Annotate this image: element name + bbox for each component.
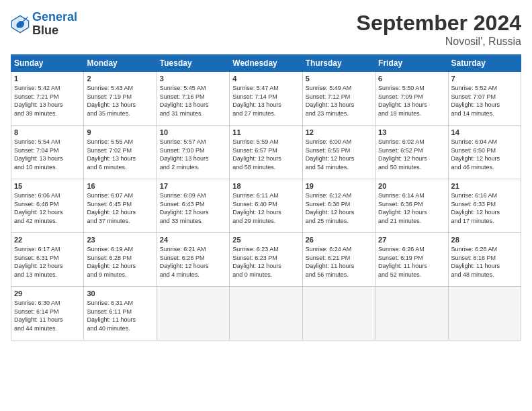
day-number: 18 — [232, 182, 299, 190]
table-row: 18Sunrise: 6:11 AM Sunset: 6:40 PM Dayli… — [230, 179, 302, 233]
day-number: 26 — [306, 236, 372, 244]
calendar-day-header: Saturday — [448, 55, 521, 72]
table-row: 19Sunrise: 6:12 AM Sunset: 6:38 PM Dayli… — [302, 179, 375, 233]
day-info: Sunrise: 5:52 AM Sunset: 7:07 PM Dayligh… — [451, 84, 518, 118]
day-number: 29 — [14, 289, 81, 298]
table-row: 26Sunrise: 6:24 AM Sunset: 6:21 PM Dayli… — [302, 233, 375, 287]
location: Novosil', Russia — [357, 36, 521, 48]
logo-line2: Blue — [32, 24, 77, 38]
day-number: 20 — [378, 182, 445, 190]
calendar: SundayMondayTuesdayWednesdayThursdayFrid… — [11, 54, 521, 340]
table-row: 23Sunrise: 6:19 AM Sunset: 6:28 PM Dayli… — [84, 233, 157, 287]
month-title: September 2024 — [357, 11, 521, 36]
page: General Blue September 2024 Novosil', Ru… — [0, 0, 532, 411]
header: General Blue September 2024 Novosil', Ru… — [11, 11, 521, 48]
day-number: 19 — [306, 182, 372, 190]
day-number: 2 — [87, 75, 153, 83]
day-info: Sunrise: 5:59 AM Sunset: 6:57 PM Dayligh… — [232, 138, 299, 171]
logo-line1: General — [32, 10, 77, 24]
table-row: 27Sunrise: 6:26 AM Sunset: 6:19 PM Dayli… — [375, 233, 448, 287]
day-info: Sunrise: 5:57 AM Sunset: 7:00 PM Dayligh… — [160, 138, 226, 171]
table-row: 7Sunrise: 5:52 AM Sunset: 7:07 PM Daylig… — [448, 72, 521, 126]
calendar-day-header: Friday — [375, 55, 448, 72]
table-row: 3Sunrise: 5:45 AM Sunset: 7:16 PM Daylig… — [157, 72, 229, 126]
table-row: 2Sunrise: 5:43 AM Sunset: 7:19 PM Daylig… — [84, 72, 157, 126]
table-row: 29Sunrise: 6:30 AM Sunset: 6:14 PM Dayli… — [11, 287, 84, 340]
calendar-week-row: 22Sunrise: 6:17 AM Sunset: 6:31 PM Dayli… — [11, 233, 521, 287]
table-row: 4Sunrise: 5:47 AM Sunset: 7:14 PM Daylig… — [230, 72, 302, 126]
day-number: 5 — [306, 75, 372, 83]
logo-text: General Blue — [32, 11, 77, 38]
table-row: 12Sunrise: 6:00 AM Sunset: 6:55 PM Dayli… — [302, 126, 375, 179]
logo: General Blue — [11, 11, 77, 38]
day-number: 8 — [14, 128, 81, 136]
day-info: Sunrise: 6:23 AM Sunset: 6:23 PM Dayligh… — [232, 245, 299, 279]
day-info: Sunrise: 6:31 AM Sunset: 6:11 PM Dayligh… — [87, 299, 153, 332]
calendar-day-header: Wednesday — [230, 55, 302, 72]
day-info: Sunrise: 5:45 AM Sunset: 7:16 PM Dayligh… — [160, 84, 226, 118]
day-number: 23 — [87, 236, 153, 244]
day-number: 4 — [232, 75, 299, 83]
table-row: 25Sunrise: 6:23 AM Sunset: 6:23 PM Dayli… — [230, 233, 302, 287]
table-row: 21Sunrise: 6:16 AM Sunset: 6:33 PM Dayli… — [448, 179, 521, 233]
day-info: Sunrise: 6:04 AM Sunset: 6:50 PM Dayligh… — [451, 138, 518, 171]
table-row: 28Sunrise: 6:28 AM Sunset: 6:16 PM Dayli… — [448, 233, 521, 287]
table-row: 15Sunrise: 6:06 AM Sunset: 6:48 PM Dayli… — [11, 179, 84, 233]
calendar-week-row: 1Sunrise: 5:42 AM Sunset: 7:21 PM Daylig… — [11, 72, 521, 126]
day-info: Sunrise: 5:55 AM Sunset: 7:02 PM Dayligh… — [87, 138, 153, 171]
day-info: Sunrise: 5:50 AM Sunset: 7:09 PM Dayligh… — [378, 84, 445, 118]
table-row: 20Sunrise: 6:14 AM Sunset: 6:36 PM Dayli… — [375, 179, 448, 233]
table-row: 5Sunrise: 5:49 AM Sunset: 7:12 PM Daylig… — [302, 72, 375, 126]
day-info: Sunrise: 6:30 AM Sunset: 6:14 PM Dayligh… — [14, 299, 81, 332]
day-number: 1 — [14, 75, 81, 83]
day-info: Sunrise: 5:42 AM Sunset: 7:21 PM Dayligh… — [14, 84, 81, 118]
day-number: 9 — [87, 128, 153, 136]
day-info: Sunrise: 6:00 AM Sunset: 6:55 PM Dayligh… — [306, 138, 372, 171]
day-info: Sunrise: 5:43 AM Sunset: 7:19 PM Dayligh… — [87, 84, 153, 118]
table-row: 8Sunrise: 5:54 AM Sunset: 7:04 PM Daylig… — [11, 126, 84, 179]
day-info: Sunrise: 6:06 AM Sunset: 6:48 PM Dayligh… — [14, 191, 81, 225]
day-info: Sunrise: 6:17 AM Sunset: 6:31 PM Dayligh… — [14, 245, 81, 279]
day-info: Sunrise: 5:49 AM Sunset: 7:12 PM Dayligh… — [306, 84, 372, 118]
day-info: Sunrise: 5:54 AM Sunset: 7:04 PM Dayligh… — [14, 138, 81, 171]
calendar-week-row: 29Sunrise: 6:30 AM Sunset: 6:14 PM Dayli… — [11, 287, 521, 340]
day-info: Sunrise: 6:28 AM Sunset: 6:16 PM Dayligh… — [451, 245, 518, 279]
table-row: 13Sunrise: 6:02 AM Sunset: 6:52 PM Dayli… — [375, 126, 448, 179]
table-row: 6Sunrise: 5:50 AM Sunset: 7:09 PM Daylig… — [375, 72, 448, 126]
day-info: Sunrise: 6:09 AM Sunset: 6:43 PM Dayligh… — [160, 191, 226, 225]
day-info: Sunrise: 5:47 AM Sunset: 7:14 PM Dayligh… — [232, 84, 299, 118]
table-row: 17Sunrise: 6:09 AM Sunset: 6:43 PM Dayli… — [157, 179, 229, 233]
day-number: 15 — [14, 182, 81, 190]
day-info: Sunrise: 6:12 AM Sunset: 6:38 PM Dayligh… — [306, 191, 372, 225]
day-number: 24 — [160, 236, 226, 244]
day-number: 3 — [160, 75, 226, 83]
table-row: 16Sunrise: 6:07 AM Sunset: 6:45 PM Dayli… — [84, 179, 157, 233]
table-row: 14Sunrise: 6:04 AM Sunset: 6:50 PM Dayli… — [448, 126, 521, 179]
table-row: 24Sunrise: 6:21 AM Sunset: 6:26 PM Dayli… — [157, 233, 229, 287]
day-number: 16 — [87, 182, 153, 190]
day-number: 7 — [451, 75, 518, 83]
day-number: 12 — [306, 128, 372, 136]
day-info: Sunrise: 6:11 AM Sunset: 6:40 PM Dayligh… — [232, 191, 299, 225]
calendar-day-header: Tuesday — [157, 55, 229, 72]
day-number: 30 — [87, 289, 153, 298]
table-row — [302, 287, 375, 340]
table-row: 30Sunrise: 6:31 AM Sunset: 6:11 PM Dayli… — [84, 287, 157, 340]
day-info: Sunrise: 6:16 AM Sunset: 6:33 PM Dayligh… — [451, 191, 518, 225]
calendar-day-header: Thursday — [302, 55, 375, 72]
day-info: Sunrise: 6:14 AM Sunset: 6:36 PM Dayligh… — [378, 191, 445, 225]
table-row: 9Sunrise: 5:55 AM Sunset: 7:02 PM Daylig… — [84, 126, 157, 179]
day-number: 10 — [160, 128, 226, 136]
day-info: Sunrise: 6:02 AM Sunset: 6:52 PM Dayligh… — [378, 138, 445, 171]
day-info: Sunrise: 6:26 AM Sunset: 6:19 PM Dayligh… — [378, 245, 445, 279]
day-info: Sunrise: 6:19 AM Sunset: 6:28 PM Dayligh… — [87, 245, 153, 279]
table-row — [375, 287, 448, 340]
day-number: 21 — [451, 182, 518, 190]
day-number: 25 — [232, 236, 299, 244]
calendar-week-row: 8Sunrise: 5:54 AM Sunset: 7:04 PM Daylig… — [11, 126, 521, 179]
day-info: Sunrise: 6:24 AM Sunset: 6:21 PM Dayligh… — [306, 245, 372, 279]
day-number: 27 — [378, 236, 445, 244]
table-row: 1Sunrise: 5:42 AM Sunset: 7:21 PM Daylig… — [11, 72, 84, 126]
day-number: 17 — [160, 182, 226, 190]
day-number: 22 — [14, 236, 81, 244]
